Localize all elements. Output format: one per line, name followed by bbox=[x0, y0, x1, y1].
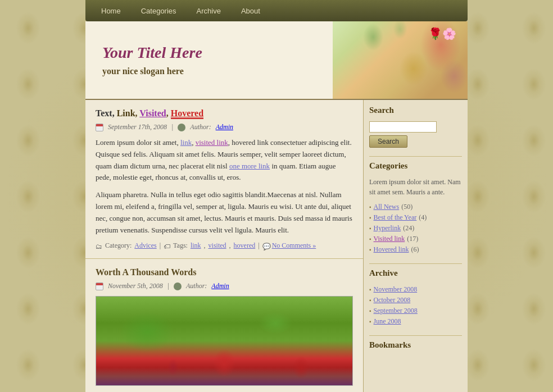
count-all-news: (50) bbox=[401, 203, 413, 211]
site-slogan: your nice slogan here bbox=[102, 66, 316, 76]
archive-link-oct2008[interactable]: October 2008 bbox=[374, 296, 411, 304]
sidebar: Search Search Categories Lorem ipsum dol… bbox=[364, 100, 468, 392]
post-1-para1: Lorem ipsum dolor sit amet, link, visite… bbox=[96, 137, 353, 184]
post-2-author-label: Author: bbox=[186, 282, 207, 290]
list-item-all-news: All News (50) bbox=[369, 202, 462, 212]
comments-link[interactable]: No Comments » bbox=[272, 241, 316, 250]
archive-link-nov2008[interactable]: November 2008 bbox=[374, 285, 418, 294]
sidebar-categories-section: Categories Lorem ipsum dolor sit amet. N… bbox=[369, 161, 462, 255]
list-item-best: Best of the Year (4) bbox=[369, 212, 462, 223]
header-text-area: Your Titel Here your nice slogan here bbox=[85, 21, 333, 99]
archive-link-jun2008[interactable]: June 2008 bbox=[374, 317, 401, 326]
post-2-date: November 5th, 2008 bbox=[108, 282, 163, 290]
post-2-meta-sep: | bbox=[167, 282, 169, 290]
nav-archive[interactable]: Archive bbox=[187, 7, 231, 15]
inline-more-link[interactable]: one more link bbox=[229, 162, 270, 170]
footer-sep2: | bbox=[258, 241, 259, 250]
post-2-title-link[interactable]: Worth A Thousand Words bbox=[96, 267, 197, 277]
archive-oct-2008: October 2008 bbox=[369, 295, 462, 306]
list-item-hyperlink: Hyperlink (24) bbox=[369, 223, 462, 234]
tag-link-3[interactable]: hovered bbox=[234, 241, 256, 250]
count-hovered: (6) bbox=[411, 245, 419, 254]
nav-categories[interactable]: Categories bbox=[131, 7, 187, 15]
search-input[interactable] bbox=[369, 121, 437, 133]
post-2-author-link[interactable]: Admin bbox=[211, 282, 229, 290]
post-title-sep2: , bbox=[166, 108, 171, 118]
sidebar-archive-list: November 2008 October 2008 September 200… bbox=[369, 284, 462, 327]
post-1: Text, Link, Visited, Hovered September 1… bbox=[85, 100, 363, 259]
tag-icon: 🏷 bbox=[164, 243, 170, 249]
post-1-date: September 17th, 2008 bbox=[108, 123, 167, 131]
post-title-link[interactable]: Link bbox=[117, 108, 135, 118]
post-1-title: Text, Link, Visited, Hovered bbox=[96, 108, 353, 118]
post-2-calendar-icon bbox=[96, 282, 103, 290]
post-title-visited: Visited bbox=[139, 108, 166, 118]
inline-link[interactable]: link bbox=[180, 138, 192, 147]
sidebar-bookmarks-title: Bookmarks bbox=[369, 340, 462, 352]
bird-decoration: 🌹🌸 bbox=[428, 27, 456, 40]
inline-visited-link[interactable]: visited link bbox=[196, 138, 228, 147]
category-hyperlink[interactable]: Hyperlink bbox=[374, 224, 401, 233]
post-2-author-icon bbox=[174, 282, 182, 290]
sidebar-search-title: Search bbox=[369, 106, 462, 117]
count-best: (4) bbox=[419, 213, 427, 222]
post-2: Worth A Thousand Words November 5th, 200… bbox=[85, 259, 363, 392]
divider-1 bbox=[369, 156, 462, 157]
tags-label: Tags: bbox=[173, 241, 188, 250]
archive-sep-2008: September 2008 bbox=[369, 306, 462, 316]
footer-sep1: | bbox=[160, 241, 161, 250]
archive-nov-2008: November 2008 bbox=[369, 284, 462, 295]
sidebar-categories-title: Categories bbox=[369, 161, 462, 172]
comment-icon: 💬 bbox=[262, 243, 269, 249]
category-icon: 🗂 bbox=[96, 243, 102, 249]
post-2-meta: November 5th, 2008 | Author: Admin bbox=[96, 282, 353, 290]
divider-2 bbox=[369, 263, 462, 264]
post-1-author-label: Author: bbox=[190, 123, 211, 131]
site-title: Your Titel Here bbox=[102, 44, 316, 62]
sidebar-archive-title: Archive bbox=[369, 268, 462, 280]
post-1-para2: Aliquam pharetra. Nulla in tellus eget o… bbox=[96, 189, 353, 236]
post-1-meta: September 17th, 2008 | Author: Admin bbox=[96, 123, 353, 131]
sidebar-categories-list: All News (50) Best of the Year (4) Hyper… bbox=[369, 202, 462, 255]
site-header: Your Titel Here your nice slogan here 🌹🌸 bbox=[85, 21, 468, 100]
nav-bar: Home Categories Archive About bbox=[85, 0, 468, 21]
nav-home[interactable]: Home bbox=[91, 7, 131, 15]
archive-jun-2008: June 2008 bbox=[369, 316, 462, 327]
header-image: 🌹🌸 bbox=[333, 21, 468, 100]
tag-link-2[interactable]: visited bbox=[208, 241, 226, 250]
author-icon bbox=[178, 124, 185, 131]
category-link[interactable]: Advices bbox=[134, 241, 156, 250]
post-1-footer: 🗂 Category: Advices | 🏷 Tags: link, visi… bbox=[96, 241, 353, 250]
post-1-author-link[interactable]: Admin bbox=[216, 123, 233, 131]
sidebar-categories-desc: Lorem ipsum dolor sit amet. Nam sit amet… bbox=[369, 177, 462, 197]
post-title-text: Text, bbox=[96, 108, 117, 118]
content-area: Text, Link, Visited, Hovered September 1… bbox=[85, 100, 364, 392]
category-hovered[interactable]: Hovered link bbox=[374, 245, 409, 254]
post-meta-sep: | bbox=[171, 123, 173, 131]
count-hyperlink: (24) bbox=[403, 224, 414, 233]
category-all-news[interactable]: All News bbox=[374, 203, 400, 211]
divider-3 bbox=[369, 335, 462, 336]
sidebar-search-section: Search Search bbox=[369, 106, 462, 148]
post-2-image bbox=[96, 296, 353, 386]
main-container: Text, Link, Visited, Hovered September 1… bbox=[85, 100, 468, 392]
post-2-title: Worth A Thousand Words bbox=[96, 267, 353, 277]
count-visited: (17) bbox=[407, 235, 418, 243]
sidebar-archive-section: Archive November 2008 October 2008 Septe… bbox=[369, 268, 462, 327]
calendar-icon bbox=[96, 124, 103, 131]
post-1-content: Lorem ipsum dolor sit amet, link, visite… bbox=[96, 137, 353, 236]
category-visited[interactable]: Visited link bbox=[374, 235, 405, 243]
list-item-visited: Visited link (17) bbox=[369, 234, 462, 244]
sidebar-bookmarks-section: Bookmarks bbox=[369, 340, 462, 352]
list-item-hovered: Hovered link (6) bbox=[369, 244, 462, 255]
tag-link-1[interactable]: link bbox=[191, 241, 201, 250]
search-button[interactable]: Search bbox=[369, 135, 407, 148]
category-label: Category: bbox=[105, 241, 132, 250]
archive-link-sep2008[interactable]: September 2008 bbox=[374, 307, 418, 315]
post-title-hovered: Hovered bbox=[171, 108, 203, 119]
nav-about[interactable]: About bbox=[231, 7, 270, 15]
category-best[interactable]: Best of the Year bbox=[374, 213, 417, 222]
